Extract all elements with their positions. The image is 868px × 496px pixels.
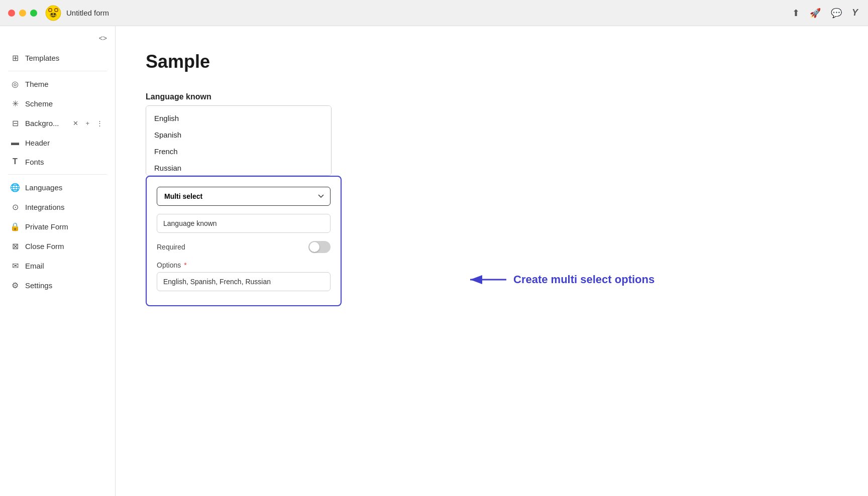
background-actions: ✕ + ⋮ [71, 118, 105, 128]
sidebar-item-theme[interactable]: ◎ Theme [0, 74, 115, 94]
sidebar-item-fonts[interactable]: T Fonts [0, 152, 115, 171]
options-label: Options * [157, 261, 331, 269]
email-icon: ✉ [10, 261, 20, 271]
sidebar-item-background[interactable]: ⊟ Backgro... ✕ + ⋮ [0, 113, 115, 133]
user-icon[interactable]: Y [852, 8, 858, 18]
svg-point-6 [51, 13, 53, 15]
sidebar-header: <> [0, 34, 115, 48]
templates-icon: ⊞ [10, 53, 20, 63]
sidebar-item-label: Close Form [25, 242, 64, 251]
sidebar-item-label: Private Form [25, 222, 68, 231]
option-spanish[interactable]: Spanish [146, 127, 331, 143]
annotation: Create multi select options [467, 272, 655, 287]
delete-bg-button[interactable]: ✕ [71, 118, 80, 128]
header-icon: ▬ [10, 138, 20, 147]
svg-point-3 [49, 9, 52, 11]
titlebar-actions: ⬆ 🚀 💬 Y [792, 8, 858, 19]
sidebar-item-settings[interactable]: ⚙ Settings [0, 276, 115, 295]
fonts-icon: T [10, 157, 20, 166]
theme-icon: ◎ [10, 79, 20, 89]
sidebar-item-label: Integrations [25, 203, 64, 211]
sidebar-item-label: Header [25, 139, 50, 147]
app-title: Untitled form [66, 9, 109, 17]
minimize-button[interactable] [19, 10, 26, 17]
add-bg-button[interactable]: + [83, 118, 91, 128]
field-label: Language known [146, 92, 838, 101]
required-row: Required [157, 241, 331, 253]
sidebar-item-close-form[interactable]: ⊠ Close Form [0, 236, 115, 256]
multi-select-display[interactable]: English Spanish French Russian [146, 105, 332, 176]
sidebar-item-label: Backgro... [25, 119, 59, 128]
form-title: Sample [146, 51, 838, 72]
sidebar-item-label: Theme [25, 80, 49, 88]
main-layout: <> ⊞ Templates ◎ Theme ✳ Scheme ⊟ Backgr… [0, 26, 868, 496]
close-button[interactable] [8, 10, 15, 17]
sidebar-item-templates[interactable]: ⊞ Templates [0, 48, 115, 68]
comment-icon[interactable]: 💬 [831, 8, 842, 19]
sidebar-item-integrations[interactable]: ⊙ Integrations [0, 197, 115, 217]
option-russian[interactable]: Russian [146, 160, 331, 176]
more-bg-button[interactable]: ⋮ [94, 118, 105, 128]
sidebar: <> ⊞ Templates ◎ Theme ✳ Scheme ⊟ Backgr… [0, 26, 116, 496]
settings-icon: ⚙ [10, 281, 20, 290]
rocket-icon[interactable]: 🚀 [810, 8, 821, 19]
sidebar-divider-1 [8, 71, 107, 71]
toggle-knob [309, 242, 319, 252]
sidebar-item-label: Languages [25, 183, 62, 192]
sidebar-item-scheme[interactable]: ✳ Scheme [0, 94, 115, 113]
traffic-lights [8, 10, 37, 17]
sidebar-item-label: Templates [25, 54, 59, 62]
content-area: Sample Language known English Spanish Fr… [116, 26, 868, 496]
background-icon: ⊟ [10, 118, 20, 128]
app-logo [45, 5, 61, 21]
option-english[interactable]: English [146, 110, 331, 127]
svg-point-7 [54, 13, 56, 15]
sidebar-item-private-form[interactable]: 🔒 Private Form [0, 217, 115, 236]
label-input[interactable] [157, 214, 331, 233]
option-french[interactable]: French [146, 143, 331, 160]
languages-icon: 🌐 [10, 183, 20, 192]
private-form-icon: 🔒 [10, 222, 20, 231]
upload-icon[interactable]: ⬆ [792, 8, 800, 19]
required-label: Required [157, 243, 185, 251]
options-input[interactable] [157, 272, 331, 291]
required-toggle[interactable] [308, 241, 331, 253]
svg-point-4 [55, 9, 58, 11]
edit-panel: Multi select Single select Dropdown Text… [146, 176, 342, 306]
close-form-icon: ⊠ [10, 241, 20, 251]
sidebar-item-label: Scheme [25, 99, 53, 108]
sidebar-item-languages[interactable]: 🌐 Languages [0, 178, 115, 197]
required-star: * [182, 261, 186, 269]
sidebar-item-label: Fonts [25, 158, 44, 166]
options-row: Options * [157, 261, 331, 291]
sidebar-item-header[interactable]: ▬ Header [0, 133, 115, 152]
sidebar-divider-2 [8, 174, 107, 175]
field-type-select[interactable]: Multi select Single select Dropdown Text… [157, 187, 331, 206]
maximize-button[interactable] [30, 10, 37, 17]
sidebar-item-label: Settings [25, 281, 52, 290]
scheme-icon: ✳ [10, 99, 20, 108]
sidebar-item-label: Email [25, 262, 44, 270]
collapse-button[interactable]: <> [99, 34, 107, 42]
sidebar-item-email[interactable]: ✉ Email [0, 256, 115, 276]
integrations-icon: ⊙ [10, 202, 20, 212]
titlebar: Untitled form ⬆ 🚀 💬 Y [0, 0, 868, 26]
annotation-text: Create multi select options [513, 273, 655, 286]
annotation-arrow [467, 272, 507, 287]
